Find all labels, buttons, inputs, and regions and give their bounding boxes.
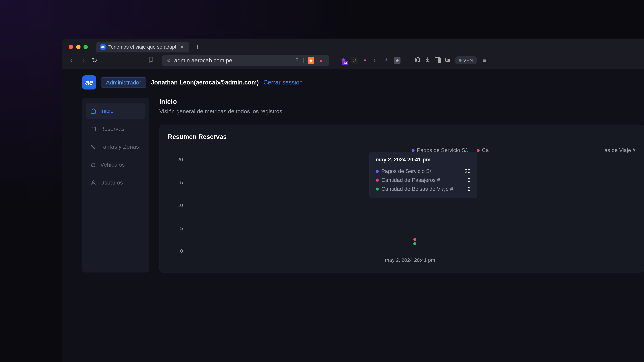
react-devtools-icon[interactable]: ⚛ xyxy=(383,57,390,64)
page-subtitle: Visión general de metricas de todos los … xyxy=(159,108,644,115)
menu-button[interactable]: ≡ xyxy=(483,57,486,64)
svg-rect-1 xyxy=(448,59,450,61)
new-tab-button[interactable]: + xyxy=(196,43,200,51)
brave-wallet-icon[interactable]: ▲ xyxy=(318,57,324,64)
share-button[interactable] xyxy=(294,57,300,63)
pip-button[interactable] xyxy=(445,57,451,64)
vpn-button[interactable]: VPN xyxy=(455,56,477,64)
sidebar-item-inicio[interactable]: Inicio xyxy=(86,103,145,119)
tooltip-title: may 2, 2024 20:41 pm xyxy=(376,157,470,163)
tooltip-label: Cantidad de Bolsas de Viaje # xyxy=(381,186,453,192)
legend-dot-icon xyxy=(477,149,480,152)
page-title: Inicio xyxy=(159,98,644,105)
browser-chrome: ae Tenemos el viaje que se adapt × + ‹ ›… xyxy=(62,38,644,69)
main-content: Inicio Visión general de metricas de tod… xyxy=(159,98,644,273)
legend-dot-icon xyxy=(412,149,414,152)
sidebar-item-tarifas[interactable]: Tarifas y Zonas xyxy=(86,139,145,155)
svg-point-7 xyxy=(92,181,94,183)
site-settings-icon[interactable]: ⚙ xyxy=(167,58,171,63)
logout-link[interactable]: Cerrar session xyxy=(264,79,303,86)
tab-bar: ae Tenemos el viaje que se adapt × + xyxy=(62,38,644,52)
svg-point-3 xyxy=(92,145,93,146)
main-layout: Inicio Reservas Tarifas y Zonas xyxy=(82,98,644,273)
window-close-button[interactable] xyxy=(69,45,73,49)
tab-favicon: ae xyxy=(100,44,106,50)
extensions-button[interactable] xyxy=(414,57,420,64)
window-maximize-button[interactable] xyxy=(84,45,88,49)
x-axis-label: may 2, 2024 20:41 pm xyxy=(185,254,636,263)
brave-shield-icon[interactable]: ◆ xyxy=(308,57,314,64)
sidebar: Inicio Reservas Tarifas y Zonas xyxy=(82,98,149,273)
svg-point-6 xyxy=(94,166,94,166)
svg-point-4 xyxy=(94,147,95,148)
browser-toolbar: ‹ › ↻ ⚙ admin.aerocab.com.pe | ◆ ▲ 13 xyxy=(62,52,644,69)
browser-window: ae Tenemos el viaje que se adapt × + ‹ ›… xyxy=(62,38,644,362)
tooltip-dot-icon xyxy=(376,188,379,191)
extension-icon-3[interactable]: ✦ xyxy=(362,57,368,64)
plot-area: may 2, 2024 20:41 pm Pagos de Servicio S… xyxy=(185,157,636,254)
legend-item-pasajeros[interactable]: Ca xyxy=(477,147,489,153)
divider: | xyxy=(303,57,304,63)
url-text: admin.aerocab.com.pe xyxy=(174,57,291,64)
tooltip-row: Cantidad de Bolsas de Viaje # 2 xyxy=(376,185,470,193)
data-point-bolsas[interactable] xyxy=(413,242,416,245)
tooltip-value: 2 xyxy=(468,186,470,192)
window-controls xyxy=(66,45,88,49)
role-badge: Administrador xyxy=(101,77,146,88)
tooltip-row: Cantidad de Pasajeros # 3 xyxy=(376,176,470,185)
vpn-status-dot xyxy=(459,59,462,62)
sidebar-item-label: Vehiculos xyxy=(100,161,125,168)
sidebar-item-label: Reservas xyxy=(100,125,124,132)
tooltip-label: Cantidad de Pasajeros # xyxy=(381,177,440,183)
calendar-icon xyxy=(90,126,96,132)
tab-close-button[interactable]: × xyxy=(179,44,185,50)
back-button[interactable]: ‹ xyxy=(67,56,76,64)
browser-tab[interactable]: ae Tenemos el viaje que se adapt × xyxy=(96,41,189,52)
sidebar-item-vehiculos[interactable]: Vehiculos xyxy=(86,157,145,173)
extension-icon-2[interactable]: ⬡ xyxy=(351,57,358,64)
legend-label: Ca xyxy=(482,147,489,153)
extension-icon-5[interactable]: ◈ xyxy=(394,57,400,64)
app-content: ae Administrador Jonathan Leon(aerocab@a… xyxy=(62,69,644,362)
chart-tooltip: may 2, 2024 20:41 pm Pagos de Servicio S… xyxy=(370,152,477,198)
window-minimize-button[interactable] xyxy=(76,45,80,49)
tab-title: Tenemos el viaje que se adapt xyxy=(108,44,176,50)
y-axis: 20 15 10 5 0 xyxy=(168,157,183,254)
user-icon xyxy=(90,180,96,186)
tooltip-dot-icon xyxy=(376,179,379,182)
y-tick: 0 xyxy=(180,248,183,254)
data-point-pasajeros[interactable] xyxy=(413,238,416,241)
extension-icon-4[interactable]: { } xyxy=(372,57,379,64)
car-icon xyxy=(90,162,96,168)
legend-item-bolsas[interactable]: as de Viaje # xyxy=(604,147,636,153)
y-tick: 5 xyxy=(180,225,183,231)
tooltip-dot-icon xyxy=(376,170,379,173)
downloads-button[interactable] xyxy=(425,57,431,64)
sidebar-item-usuarios[interactable]: Usuarios xyxy=(86,175,145,191)
sidebar-item-label: Inicio xyxy=(100,108,114,114)
extension-icon-1[interactable]: 13 xyxy=(340,57,347,64)
reload-button[interactable]: ↻ xyxy=(92,57,97,64)
tooltip-value: 20 xyxy=(464,168,470,174)
forward-button[interactable]: › xyxy=(80,56,88,64)
sidebar-toggle-button[interactable] xyxy=(435,57,441,63)
chart-area[interactable]: 20 15 10 5 0 may 2, 2024 2 xyxy=(168,157,636,264)
y-tick: 20 xyxy=(178,157,183,162)
home-icon xyxy=(90,108,96,114)
sidebar-item-label: Tarifas y Zonas xyxy=(100,143,139,150)
app-logo[interactable]: ae xyxy=(82,75,96,89)
vpn-label: VPN xyxy=(463,58,473,63)
sidebar-item-reservas[interactable]: Reservas xyxy=(86,121,145,137)
tooltip-row: Pagos de Servicio S/. 20 xyxy=(376,167,470,176)
tooltip-value: 3 xyxy=(468,177,470,183)
svg-rect-2 xyxy=(91,127,96,131)
toolbar-right-group: VPN ≡ xyxy=(414,56,486,64)
bookmark-button[interactable] xyxy=(148,57,154,64)
url-bar[interactable]: ⚙ admin.aerocab.com.pe | ◆ ▲ xyxy=(162,55,330,66)
svg-point-5 xyxy=(92,166,92,166)
y-tick: 15 xyxy=(178,180,183,185)
legend-label: as de Viaje # xyxy=(604,147,636,153)
tooltip-label: Pagos de Servicio S/. xyxy=(381,168,433,174)
chart-card: Resumen Reservas Pagos de Servicio S/. C… xyxy=(159,125,644,273)
extension-group: 13 ⬡ ✦ { } ⚛ ◈ xyxy=(340,57,400,64)
